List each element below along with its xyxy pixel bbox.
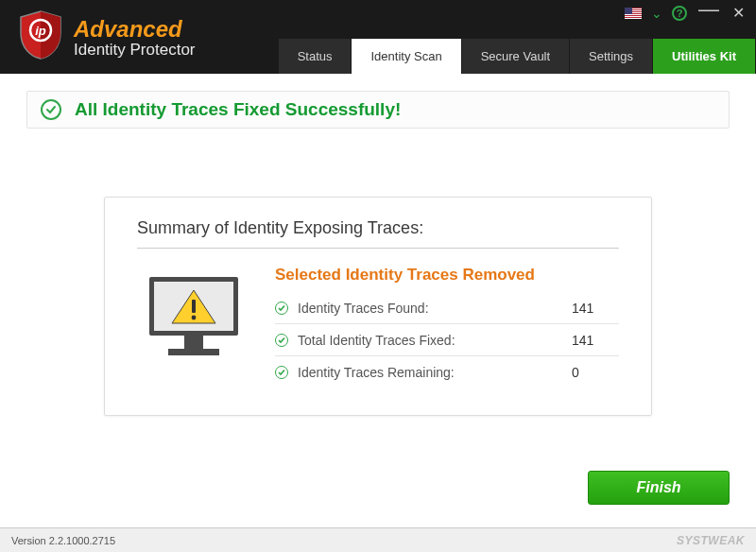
banner-message: All Identity Traces Fixed Successfully!	[75, 99, 401, 120]
brand-line1: Advanced	[74, 17, 196, 41]
card-heading: Summary of Identity Exposing Traces:	[137, 218, 619, 249]
row-label: Total Identity Traces Fixed:	[298, 333, 572, 348]
main-tabs: Status Identity Scan Secure Vault Settin…	[279, 39, 756, 74]
version-label: Version 2.2.1000.2715	[11, 535, 115, 546]
status-bar: Version 2.2.1000.2715 SYSTWEAK	[0, 527, 756, 552]
language-flag-icon[interactable]	[625, 8, 642, 19]
tab-utilities-kit[interactable]: Utilities Kit	[653, 39, 756, 74]
row-value: 141	[572, 301, 619, 316]
tab-settings[interactable]: Settings	[570, 39, 653, 74]
monitor-warning-icon	[137, 266, 250, 388]
svg-rect-4	[184, 336, 203, 349]
finish-button[interactable]: Finish	[588, 471, 730, 505]
summary-row: Identity Traces Remaining: 0	[275, 356, 619, 388]
minimize-icon[interactable]: —	[696, 6, 721, 13]
app-header: ip Advanced Identity Protector ⌄ ? — ✕ S…	[0, 0, 756, 74]
brand-block: ip Advanced Identity Protector	[0, 0, 196, 64]
check-icon	[275, 302, 288, 315]
shield-logo-icon: ip	[17, 9, 64, 64]
summary-subtitle: Selected Identity Traces Removed	[275, 266, 619, 285]
svg-point-7	[192, 316, 197, 320]
summary-card: Summary of Identity Exposing Traces: Sel…	[104, 197, 652, 416]
checkmark-circle-icon	[41, 99, 61, 120]
row-label: Identity Traces Found:	[298, 301, 572, 316]
titlebar-controls: ⌄ ? — ✕	[625, 4, 747, 22]
tab-secure-vault[interactable]: Secure Vault	[462, 39, 570, 74]
row-value: 141	[572, 333, 619, 348]
success-banner: All Identity Traces Fixed Successfully!	[26, 91, 730, 129]
chevron-down-icon[interactable]: ⌄	[651, 6, 662, 21]
tab-identity-scan[interactable]: Identity Scan	[352, 39, 461, 74]
help-icon[interactable]: ?	[672, 6, 687, 21]
svg-rect-6	[192, 300, 196, 313]
tab-status[interactable]: Status	[279, 39, 352, 74]
summary-row: Identity Traces Found: 141	[275, 292, 619, 324]
check-icon	[275, 334, 288, 347]
summary-row: Total Identity Traces Fixed: 141	[275, 324, 619, 356]
brand-line2: Identity Protector	[74, 42, 196, 59]
svg-rect-5	[168, 349, 219, 355]
close-icon[interactable]: ✕	[730, 4, 747, 22]
watermark: SYSTWEAK	[677, 534, 745, 547]
check-icon	[275, 366, 288, 379]
row-value: 0	[572, 365, 619, 380]
summary-details: Selected Identity Traces Removed Identit…	[275, 266, 619, 388]
svg-text:ip: ip	[35, 24, 46, 38]
row-label: Identity Traces Remaining:	[298, 365, 572, 380]
